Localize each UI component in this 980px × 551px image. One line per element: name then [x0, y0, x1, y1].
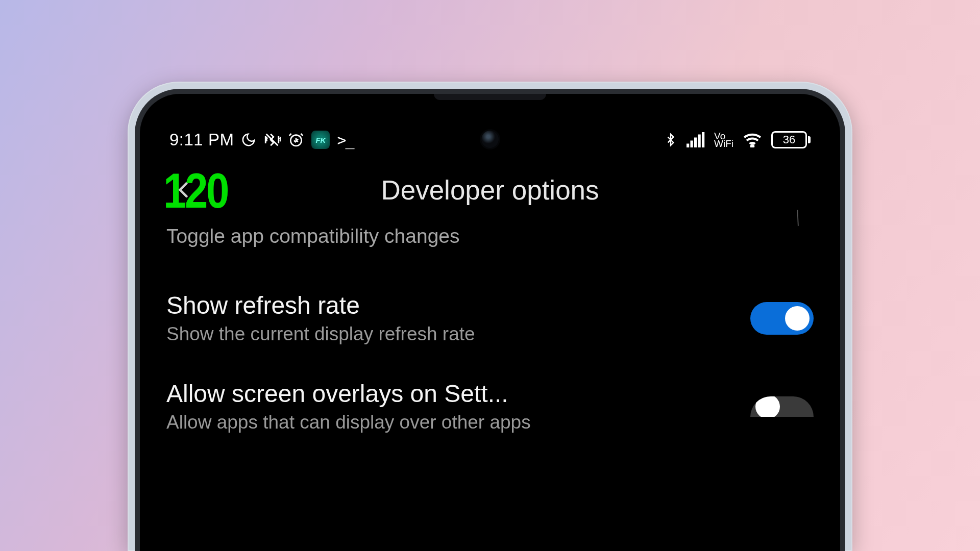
- setting-allow-overlays[interactable]: Allow screen overlays on Sett... Allow a…: [166, 362, 814, 433]
- signal-icon: [687, 132, 705, 147]
- terminal-icon: >_: [337, 131, 353, 149]
- refresh-rate-overlay: 120: [163, 166, 228, 215]
- screen-header: 120 Developer options: [140, 156, 840, 210]
- setting-title: Show refresh rate: [166, 291, 735, 319]
- battery-indicator: 36: [771, 131, 811, 148]
- svg-rect-5: [698, 135, 701, 148]
- setting-subtitle: Toggle app compatibility changes: [166, 225, 798, 247]
- status-time: 9:11 PM: [169, 130, 234, 149]
- svg-rect-3: [691, 141, 693, 148]
- settings-list[interactable]: Toggle app compatibility changes Show re…: [140, 210, 840, 433]
- vowifi-indicator: Vo WiFi: [714, 132, 733, 147]
- alarm-icon: [288, 132, 304, 148]
- setting-subtitle: Show the current display refresh rate: [166, 323, 735, 345]
- setting-title: Allow screen overlays on Sett...: [166, 380, 735, 408]
- toggle-show-refresh-rate[interactable]: [750, 302, 814, 335]
- phone-screen: 9:11 PM FK >_: [140, 94, 840, 551]
- setting-subtitle: Allow apps that can display over other a…: [166, 412, 735, 433]
- moon-icon: [241, 132, 256, 147]
- svg-point-7: [751, 145, 754, 147]
- toggle-allow-overlays[interactable]: [750, 396, 814, 417]
- svg-rect-6: [702, 132, 704, 147]
- vibrate-icon: [263, 131, 281, 148]
- svg-rect-4: [694, 138, 697, 148]
- setting-show-refresh-rate[interactable]: Show refresh rate Show the current displ…: [166, 274, 814, 362]
- phone-frame: 9:11 PM FK >_: [128, 82, 852, 551]
- phone-rim: 9:11 PM FK >_: [135, 89, 845, 551]
- bluetooth-icon: [664, 131, 677, 148]
- page-title: Developer options: [164, 174, 816, 206]
- wifi-icon: [743, 132, 762, 147]
- svg-rect-2: [687, 144, 689, 148]
- setting-app-compat[interactable]: Toggle app compatibility changes: [166, 216, 814, 274]
- earpiece: [434, 94, 546, 100]
- front-camera: [481, 131, 499, 148]
- battery-level: 36: [771, 131, 807, 148]
- fk-app-icon: FK: [311, 131, 330, 149]
